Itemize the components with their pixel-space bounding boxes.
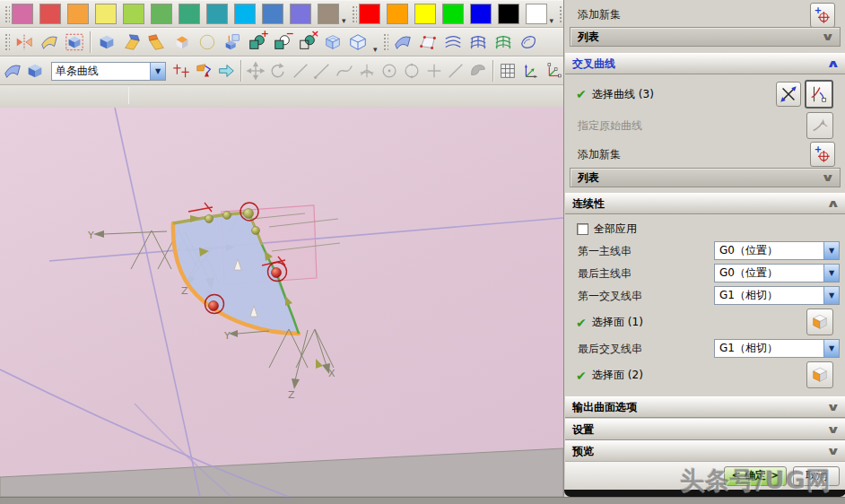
color-swatch[interactable] — [206, 4, 228, 24]
csys-orient-icon[interactable] — [519, 59, 540, 83]
select-face2-button[interactable] — [806, 361, 833, 388]
section-cross-curves[interactable]: 交叉曲线 ∧ — [565, 53, 845, 74]
color-swatch[interactable] — [290, 4, 311, 24]
palette-dropdown-arrow[interactable]: ▾ — [339, 16, 349, 25]
mirror-feature-icon[interactable] — [13, 30, 36, 54]
toolbar-grip[interactable] — [4, 4, 10, 24]
plus-point-icon[interactable] — [423, 59, 444, 83]
last-cross-combobox[interactable]: G1（相切） ▼ — [714, 339, 840, 358]
list-group-bar-2[interactable]: 列表 ∨ — [570, 168, 841, 187]
combo-dropdown-arrow[interactable]: ▼ — [150, 63, 165, 80]
graphics-viewport[interactable]: Y Z Y Z — [0, 108, 563, 497]
circle-icon[interactable] — [401, 59, 422, 83]
palette-dropdown-arrow[interactable]: ▾ — [547, 16, 557, 25]
wireframe-cube-icon[interactable] — [346, 30, 370, 54]
through-curve-mesh-icon[interactable] — [466, 30, 490, 54]
flange-sheet-icon[interactable] — [145, 30, 169, 54]
n-sided-surface-icon[interactable] — [517, 30, 540, 54]
color-swatch[interactable] — [387, 4, 408, 24]
section-preview[interactable]: 预览 ∨ — [565, 440, 845, 462]
color-swatch[interactable] — [498, 4, 519, 24]
swept-surface-icon[interactable] — [391, 30, 414, 54]
color-swatch[interactable] — [179, 4, 200, 24]
color-swatch[interactable] — [442, 4, 464, 24]
color-swatch[interactable] — [234, 4, 256, 24]
point-constructor-icon[interactable] — [171, 59, 192, 83]
unite-boolean-icon[interactable]: + — [246, 30, 269, 54]
chamfer-cube-icon[interactable] — [95, 30, 118, 54]
patch-face-icon[interactable] — [468, 59, 489, 83]
through-curves-icon[interactable] — [441, 30, 465, 54]
select-face1-button[interactable] — [806, 308, 833, 335]
intersect-boolean-icon[interactable]: × — [296, 30, 319, 54]
grid-table-icon[interactable] — [498, 59, 518, 83]
line-point-icon[interactable] — [312, 59, 333, 83]
sheet-body-icon[interactable] — [38, 30, 61, 54]
bounded-plane-icon[interactable] — [416, 30, 440, 54]
color-swatch[interactable] — [414, 4, 436, 24]
combo-dropdown-arrow[interactable]: ▼ — [823, 340, 839, 357]
svg-text:Y: Y — [223, 330, 231, 342]
list-label: 列表 — [578, 30, 823, 45]
extract-sheet-icon[interactable] — [3, 59, 23, 83]
slash-line-icon[interactable] — [446, 59, 466, 83]
combo-dropdown-arrow[interactable]: ▼ — [823, 265, 839, 282]
studio-surface-icon[interactable] — [492, 30, 515, 54]
first-cross-combobox[interactable]: G1（相切） ▼ — [714, 286, 840, 305]
thicken-sheet-icon[interactable] — [170, 30, 194, 54]
color-swatch[interactable] — [526, 4, 547, 24]
svg-text:X: X — [328, 368, 335, 379]
color-swatch[interactable] — [262, 4, 283, 24]
ground-plane — [0, 448, 563, 497]
toolbar-dropdown-arrow[interactable]: ▾ — [370, 45, 380, 54]
csys-dynamic-icon[interactable] — [542, 59, 562, 83]
direction-arrow-icon[interactable] — [216, 59, 237, 83]
arc-cross-icon[interactable] — [357, 59, 378, 83]
list-group-bar[interactable]: 列表 ∨ — [570, 27, 841, 47]
viewport-3d-scene[interactable]: Y Z Y Z — [0, 108, 563, 497]
toolbar-grip[interactable] — [4, 32, 10, 52]
apply-all-checkbox[interactable] — [577, 223, 588, 235]
select-face1-label: 选择面 (1) — [592, 315, 643, 330]
subtract-boolean-icon[interactable]: − — [271, 30, 294, 54]
first-primary-combobox[interactable]: G0（位置） ▼ — [714, 241, 840, 260]
circle-center-icon[interactable] — [379, 59, 400, 83]
origin-curve-row: 指定原始曲线 — [564, 110, 845, 141]
combo-dropdown-arrow[interactable]: ▼ — [823, 287, 839, 304]
shell-icon[interactable] — [321, 30, 344, 54]
reverse-direction-button[interactable] — [776, 82, 801, 107]
sew-solid-icon[interactable] — [63, 30, 86, 54]
specify-origin-curve-label: 指定原始曲线 — [564, 118, 642, 134]
toolbar-grip[interactable] — [351, 4, 357, 24]
color-swatch[interactable] — [359, 4, 380, 24]
color-swatch[interactable] — [318, 4, 339, 24]
boss-feature-icon[interactable] — [221, 30, 244, 54]
select-curve-button[interactable] — [805, 80, 833, 109]
color-swatch[interactable] — [12, 4, 33, 24]
color-swatch[interactable] — [123, 4, 144, 24]
color-swatch[interactable] — [95, 4, 117, 24]
curve-rule-combobox[interactable]: 单条曲线▼ — [51, 62, 166, 81]
sphere-icon[interactable] — [196, 30, 219, 54]
point-dialog-icon[interactable] — [194, 59, 214, 83]
last-cross-value: G1（相切） — [715, 341, 823, 356]
add-new-set-button-2[interactable]: + — [810, 142, 835, 167]
spline-icon[interactable] — [335, 59, 355, 83]
color-swatch[interactable] — [151, 4, 172, 24]
add-new-set-button[interactable]: + — [810, 3, 835, 28]
combo-dropdown-arrow[interactable]: ▼ — [823, 242, 839, 259]
section-settings[interactable]: 设置 ∨ — [565, 419, 845, 440]
move-handles-icon[interactable] — [246, 59, 266, 83]
color-swatch[interactable] — [39, 4, 61, 24]
line-icon[interactable] — [290, 59, 310, 83]
section-output-options[interactable]: 输出曲面选项 ∨ — [565, 396, 845, 418]
color-swatch[interactable] — [470, 4, 492, 24]
specify-origin-curve-button[interactable] — [806, 112, 833, 139]
bend-sheet-icon[interactable] — [120, 30, 144, 54]
section-continuity[interactable]: 连续性 ∧ — [565, 193, 845, 214]
toolbar-grip[interactable] — [382, 32, 388, 52]
solid-cube-icon[interactable] — [25, 59, 46, 83]
color-swatch[interactable] — [67, 4, 89, 24]
last-primary-combobox[interactable]: G0（位置） ▼ — [714, 264, 840, 282]
rotate-handles-icon[interactable] — [267, 59, 288, 83]
